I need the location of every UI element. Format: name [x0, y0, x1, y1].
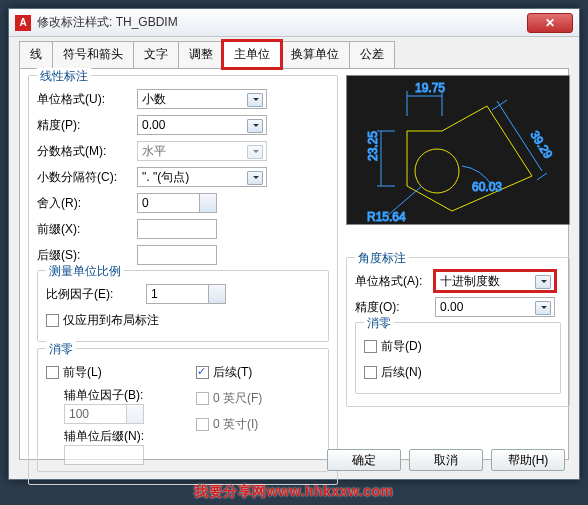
- ang-precision-label: 精度(O):: [355, 299, 435, 316]
- leading-label: 前导(L): [63, 364, 102, 381]
- trailing-label: 后续(T): [213, 364, 252, 381]
- roundoff-label: 舍入(R):: [37, 195, 137, 212]
- tab-text[interactable]: 文字: [133, 41, 179, 68]
- dialog-title: 修改标注样式: TH_GBDIM: [37, 14, 527, 31]
- scale-factor-value: 1: [151, 287, 158, 301]
- svg-line-8: [492, 100, 507, 110]
- group-angular: 角度标注 单位格式(A):十进制度数 精度(O):0.00 消零 前导(D) 后…: [346, 257, 570, 407]
- titlebar: A 修改标注样式: TH_GBDIM ✕: [9, 9, 579, 37]
- group-scale-legend: 测量单位比例: [46, 263, 124, 280]
- ang-unit-format-label: 单位格式(A):: [355, 273, 435, 290]
- group-angular-legend: 角度标注: [355, 250, 409, 267]
- ok-button[interactable]: 确定: [327, 449, 401, 471]
- group-scale: 测量单位比例 比例因子(E):1 仅应用到布局标注: [37, 270, 329, 342]
- subunit-factor-value: 100: [69, 407, 89, 421]
- group-zero-legend: 消零: [46, 341, 76, 358]
- ang-precision-combo[interactable]: 0.00: [435, 297, 555, 317]
- tab-tolerances[interactable]: 公差: [349, 41, 395, 68]
- ang-unit-format-value: 十进制度数: [440, 273, 500, 290]
- precision-value: 0.00: [142, 118, 165, 132]
- tab-fit[interactable]: 调整: [178, 41, 224, 68]
- dim-angle: 60.03: [472, 180, 502, 194]
- subunit-factor-spinner: 100: [64, 404, 144, 424]
- ang-trailing-label: 后续(N): [381, 364, 422, 381]
- tab-lines[interactable]: 线: [19, 41, 53, 68]
- ang-leading-label: 前导(D): [381, 338, 422, 355]
- decimal-sep-label: 小数分隔符(C):: [37, 169, 137, 186]
- layout-only-label: 仅应用到布局标注: [63, 312, 159, 329]
- dim-top: 19.75: [415, 81, 445, 95]
- subunit-suffix-label: 辅单位后缀(N):: [64, 428, 196, 445]
- layout-only-checkbox[interactable]: [46, 314, 59, 327]
- unit-format-combo[interactable]: 小数: [137, 89, 267, 109]
- tab-panel: 线性标注 单位格式(U):小数 精度(P):0.00 分数格式(M):水平 小数…: [19, 68, 569, 460]
- dialog-buttons: 确定 取消 帮助(H): [327, 449, 565, 471]
- unit-format-label: 单位格式(U):: [37, 91, 137, 108]
- svg-line-9: [537, 173, 547, 180]
- group-angular-zero-legend: 消零: [364, 315, 394, 332]
- inches-checkbox: [196, 418, 209, 431]
- precision-label: 精度(P):: [37, 117, 137, 134]
- group-linear: 线性标注 单位格式(U):小数 精度(P):0.00 分数格式(M):水平 小数…: [28, 75, 338, 485]
- decimal-sep-combo[interactable]: ". "(句点): [137, 167, 267, 187]
- fraction-format-combo: 水平: [137, 141, 267, 161]
- close-icon: ✕: [545, 16, 555, 30]
- inches-label: 0 英寸(I): [213, 416, 258, 433]
- suffix-label: 后缀(S):: [37, 247, 137, 264]
- fraction-format-value: 水平: [142, 143, 166, 160]
- ang-precision-value: 0.00: [440, 300, 463, 314]
- tab-alternate-units[interactable]: 换算单位: [280, 41, 350, 68]
- scale-factor-spinner[interactable]: 1: [146, 284, 226, 304]
- cancel-button[interactable]: 取消: [409, 449, 483, 471]
- tab-strip: 线 符号和箭头 文字 调整 主单位 换算单位 公差: [9, 37, 579, 68]
- group-linear-legend: 线性标注: [37, 68, 91, 85]
- group-angular-zero: 消零 前导(D) 后续(N): [355, 322, 561, 394]
- prefix-label: 前缀(X):: [37, 221, 137, 238]
- tab-symbols-arrows[interactable]: 符号和箭头: [52, 41, 134, 68]
- dim-radius: R15.64: [367, 210, 406, 224]
- suffix-input[interactable]: [137, 245, 217, 265]
- preview-pane: 19.75 23.25 39.29 R15.64 60.03: [346, 75, 570, 225]
- dim-diag: 39.29: [527, 128, 555, 161]
- tab-primary-units[interactable]: 主单位: [223, 41, 281, 68]
- trailing-checkbox[interactable]: [196, 366, 209, 379]
- group-zero-suppress: 消零 前导(L) 辅单位因子(B): 100 辅单位后缀(N):: [37, 348, 329, 472]
- app-icon: A: [15, 15, 31, 31]
- decimal-sep-value: ". "(句点): [142, 169, 189, 186]
- feet-checkbox: [196, 392, 209, 405]
- dialog-window: A 修改标注样式: TH_GBDIM ✕ 线 符号和箭头 文字 调整 主单位 换…: [8, 8, 580, 480]
- roundoff-value: 0: [142, 196, 149, 210]
- close-button[interactable]: ✕: [527, 13, 573, 33]
- ang-leading-checkbox[interactable]: [364, 340, 377, 353]
- subunit-factor-label: 辅单位因子(B):: [64, 387, 196, 404]
- watermark-text: 我要分享网www.hhkxxw.com: [194, 483, 393, 501]
- unit-format-value: 小数: [142, 91, 166, 108]
- ang-unit-format-combo[interactable]: 十进制度数: [435, 271, 555, 291]
- subunit-suffix-input: [64, 445, 144, 465]
- fraction-format-label: 分数格式(M):: [37, 143, 137, 160]
- scale-factor-label: 比例因子(E):: [46, 286, 146, 303]
- precision-combo[interactable]: 0.00: [137, 115, 267, 135]
- leading-checkbox[interactable]: [46, 366, 59, 379]
- feet-label: 0 英尺(F): [213, 390, 262, 407]
- prefix-input[interactable]: [137, 219, 217, 239]
- roundoff-spinner[interactable]: 0: [137, 193, 217, 213]
- help-button[interactable]: 帮助(H): [491, 449, 565, 471]
- dim-left: 23.25: [366, 131, 380, 161]
- ang-trailing-checkbox[interactable]: [364, 366, 377, 379]
